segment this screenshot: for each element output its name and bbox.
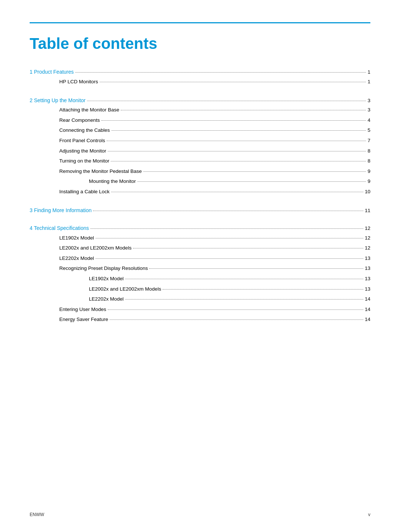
- toc-entry: LE1902x Model12: [30, 234, 370, 242]
- toc-label: 2 Setting Up the Monitor: [30, 96, 86, 104]
- toc-dots: [111, 192, 363, 192]
- toc-page: 13: [365, 285, 370, 293]
- toc-page: 8: [367, 157, 370, 165]
- toc-page: 1: [367, 78, 370, 86]
- toc-dots: [90, 228, 363, 229]
- toc-gap: [30, 216, 370, 223]
- toc-label: Turning on the Monitor: [59, 157, 109, 165]
- toc-dots: [137, 181, 366, 182]
- toc-entry: LE2002x and LE2002xm Models13: [30, 285, 370, 293]
- toc-dots: [93, 211, 363, 211]
- toc-label: Installing a Cable Lock: [59, 188, 110, 196]
- toc-gap: [30, 198, 370, 205]
- toc-page: 12: [365, 224, 370, 232]
- toc-entry: Energy Saver Feature14: [30, 315, 370, 324]
- toc-page: 11: [365, 207, 370, 215]
- toc-entry: LE2202x Model13: [30, 254, 370, 262]
- toc-entry: HP LCD Monitors1: [30, 78, 370, 86]
- toc-label: LE2002x and LE2002xm Models: [89, 285, 161, 293]
- toc-label: Mounting the Monitor: [89, 177, 136, 185]
- toc-entry: Connecting the Cables5: [30, 126, 370, 134]
- toc-page: 4: [367, 116, 370, 124]
- toc-dots: [111, 130, 366, 131]
- toc-page: 13: [365, 254, 370, 262]
- toc-entry[interactable]: 3 Finding More Information11: [30, 206, 370, 215]
- toc-page: 3: [367, 97, 370, 105]
- toc-label: LE1902x Model: [89, 275, 124, 283]
- toc-page: 10: [365, 188, 370, 196]
- page-container: Table of contents 1 Product Features1HP …: [0, 0, 400, 532]
- toc-dots: [100, 82, 366, 82]
- toc-label: Connecting the Cables: [59, 126, 110, 134]
- toc-dots: [149, 268, 363, 269]
- toc-page: 1: [367, 68, 370, 76]
- toc-entry: Mounting the Monitor9: [30, 177, 370, 185]
- toc-dots: [87, 101, 366, 101]
- toc-page: 14: [365, 295, 370, 303]
- toc-entry[interactable]: 4 Technical Specifications12: [30, 224, 370, 232]
- toc-label: Rear Components: [59, 116, 100, 124]
- toc-label: 4 Technical Specifications: [30, 224, 89, 232]
- toc-entry: LE2202x Model14: [30, 295, 370, 303]
- toc-entry: Entering User Modes14: [30, 305, 370, 314]
- toc-label: LE2002x and LE2002xm Models: [59, 244, 131, 252]
- top-border: [30, 22, 370, 23]
- toc-dots: [121, 110, 366, 110]
- toc-dots: [133, 248, 363, 248]
- toc-label: Entering User Modes: [59, 305, 106, 314]
- footer-right: v: [368, 512, 370, 517]
- toc-dots: [125, 279, 363, 279]
- toc-page: 9: [367, 167, 370, 175]
- toc-entry[interactable]: 2 Setting Up the Monitor3: [30, 96, 370, 105]
- toc-entry: Removing the Monitor Pedestal Base9: [30, 167, 370, 175]
- toc-page: 14: [365, 315, 370, 324]
- toc-dots: [96, 258, 363, 259]
- toc-section: 1 Product Features1HP LCD Monitors12 Set…: [30, 68, 370, 324]
- toc-dots: [108, 151, 366, 151]
- toc-dots: [163, 289, 363, 290]
- toc-page: 3: [367, 106, 370, 114]
- toc-label: 1 Product Features: [30, 68, 74, 76]
- toc-label: LE2202x Model: [89, 295, 124, 303]
- toc-dots: [75, 72, 366, 73]
- toc-dots: [143, 171, 366, 172]
- toc-entry: Recognizing Preset Display Resolutions13: [30, 264, 370, 272]
- toc-dots: [108, 310, 363, 310]
- toc-label: Attaching the Monitor Base: [59, 106, 119, 114]
- toc-label: LE2202x Model: [59, 254, 94, 262]
- toc-page: 12: [365, 244, 370, 252]
- toc-label: HP LCD Monitors: [59, 78, 98, 86]
- toc-page: 13: [365, 275, 370, 283]
- toc-entry: Installing a Cable Lock10: [30, 188, 370, 196]
- toc-gap: [30, 88, 370, 96]
- toc-label: Adjusting the Monitor: [59, 147, 106, 155]
- footer-left: ENWW: [30, 512, 44, 517]
- toc-dots: [107, 141, 366, 141]
- toc-entry: LE1902x Model13: [30, 275, 370, 283]
- toc-entry: Adjusting the Monitor8: [30, 147, 370, 155]
- toc-entry: LE2002x and LE2002xm Models12: [30, 244, 370, 252]
- toc-label: Recognizing Preset Display Resolutions: [59, 264, 148, 272]
- page-title: Table of contents: [30, 34, 370, 53]
- toc-dots: [101, 120, 366, 121]
- toc-page: 14: [365, 305, 370, 314]
- toc-label: Energy Saver Feature: [59, 315, 108, 324]
- toc-entry: Turning on the Monitor8: [30, 157, 370, 165]
- toc-entry: Front Panel Controls7: [30, 137, 370, 145]
- toc-entry: Attaching the Monitor Base3: [30, 106, 370, 114]
- toc-page: 8: [367, 147, 370, 155]
- toc-dots: [125, 299, 363, 300]
- toc-entry: Rear Components4: [30, 116, 370, 124]
- toc-dots: [111, 161, 366, 161]
- toc-entry[interactable]: 1 Product Features1: [30, 68, 370, 76]
- toc-page: 13: [365, 264, 370, 272]
- toc-label: Front Panel Controls: [59, 137, 105, 145]
- toc-dots: [110, 319, 363, 320]
- toc-page: 7: [367, 137, 370, 145]
- toc-page: 5: [367, 126, 370, 134]
- toc-page: 12: [365, 234, 370, 242]
- toc-label: Removing the Monitor Pedestal Base: [59, 167, 142, 175]
- toc-label: 3 Finding More Information: [30, 206, 91, 214]
- toc-page: 9: [367, 177, 370, 185]
- toc-dots: [96, 238, 363, 238]
